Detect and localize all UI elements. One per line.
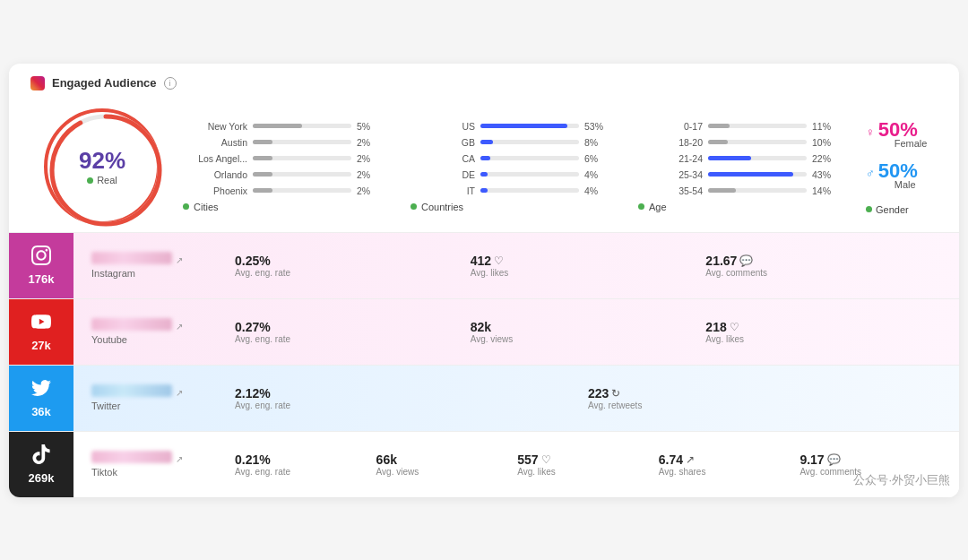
bar-row: 0-1711% <box>638 121 848 132</box>
bar-fill <box>708 124 730 128</box>
svg-point-1 <box>52 116 160 224</box>
tiktok-content: ↗Tiktok0.21%Avg. eng. rate66kAvg. views5… <box>73 432 959 497</box>
bar-pct: 6% <box>584 153 609 164</box>
bar-track <box>708 124 807 128</box>
bar-fill <box>708 172 793 177</box>
male-pct: 50% <box>878 159 918 182</box>
bar-label: 18-20 <box>638 137 703 148</box>
stat-icon: 💬 <box>739 254 753 267</box>
female-pct: 50% <box>878 118 918 141</box>
tiktok-count: 269k <box>29 471 55 485</box>
bar-row: 35-5414% <box>638 185 848 196</box>
bar-track <box>480 124 579 128</box>
realness-circle: 92% Real <box>30 108 174 225</box>
stat-label: Avg. views <box>376 467 518 477</box>
youtube-icon <box>31 312 51 335</box>
twitter-content: ↗Twitter2.12%Avg. eng. rate223↻Avg. retw… <box>73 366 959 431</box>
bar-track <box>708 156 807 160</box>
female-label: Female <box>895 138 928 149</box>
stat-col: 412♡Avg. likes <box>471 254 706 278</box>
stat-value: 412 <box>471 254 491 268</box>
bar-pct: 11% <box>812 121 837 132</box>
gender-dot-row: Gender <box>866 204 938 215</box>
charts-area: New York5%Austin2%Los Angel...2%Orlando2… <box>174 121 857 212</box>
bar-label: 21-24 <box>638 153 703 164</box>
bar-track <box>708 140 807 144</box>
info-icon[interactable]: i <box>164 77 177 90</box>
stat-label: Avg. shares <box>659 467 800 477</box>
bar-pct: 8% <box>584 137 609 148</box>
youtube-external-icon[interactable]: ↗ <box>176 322 183 332</box>
stat-col: 66kAvg. views <box>376 452 518 477</box>
tiktok-name-col: ↗Tiktok <box>91 451 235 478</box>
bar-label: GB <box>411 137 475 148</box>
bar-label: 35-54 <box>638 185 703 196</box>
bar-row: Orlando2% <box>183 169 393 180</box>
gender-title: Gender <box>876 204 909 215</box>
bar-row: Phoenix2% <box>183 185 393 196</box>
bar-track <box>480 188 579 193</box>
stat-value: 557 <box>517 452 538 467</box>
tiktok-icon <box>31 444 51 468</box>
twitter-name-text: Twitter <box>91 401 235 411</box>
stat-label: Avg. eng. rate <box>235 401 588 410</box>
stat-value: 223 <box>588 386 609 401</box>
platforms-list: 176k↗Instagram0.25%Avg. eng. rate412♡Avg… <box>9 232 959 497</box>
bar-pct: 22% <box>812 153 837 164</box>
youtube-blurred <box>91 318 172 331</box>
circle-svg <box>48 112 164 228</box>
audience-section: 92% Real New York5%Austin2%Los Angel...2… <box>9 90 959 232</box>
bar-fill <box>253 172 272 177</box>
cities-title: Cities <box>194 202 219 212</box>
platform-row-instagram: 176k↗Instagram0.25%Avg. eng. rate412♡Avg… <box>9 232 959 298</box>
bar-fill <box>253 140 272 144</box>
tiktok-name-text: Tiktok <box>91 467 235 478</box>
bar-label: 25-34 <box>638 169 703 180</box>
bar-track <box>480 172 579 177</box>
instagram-blurred <box>91 252 172 264</box>
watermark: 公众号·外贸小巨熊 <box>853 472 950 488</box>
stat-label: Avg. views <box>471 334 706 344</box>
bar-label: 0-17 <box>638 121 703 132</box>
bar-pct: 2% <box>357 137 382 148</box>
tiktok-external-icon[interactable]: ↗ <box>176 454 183 464</box>
stat-value: 0.27% <box>235 320 271 334</box>
bar-track <box>708 172 807 177</box>
bar-pct: 14% <box>812 185 837 196</box>
header-title: Engaged Audience <box>52 76 157 90</box>
stat-label: Avg. comments <box>705 268 941 278</box>
bar-fill <box>708 140 728 144</box>
cities-title-row: Cities <box>183 202 393 212</box>
stat-col: 82kAvg. views <box>471 320 706 344</box>
instagram-content: ↗Instagram0.25%Avg. eng. rate412♡Avg. li… <box>73 233 959 298</box>
stat-col: 2.12%Avg. eng. rate <box>235 386 588 410</box>
stat-value: 2.12% <box>235 386 271 401</box>
bar-row: DE4% <box>411 169 620 180</box>
stat-col: 0.25%Avg. eng. rate <box>235 254 471 278</box>
male-row: ♂ 50% Male <box>866 159 938 190</box>
bar-label: New York <box>183 121 247 132</box>
instagram-external-icon[interactable]: ↗ <box>176 255 183 265</box>
countries-dot <box>411 203 417 210</box>
platform-row-youtube: 27k↗Youtube0.27%Avg. eng. rate82kAvg. vi… <box>9 298 959 365</box>
stat-col: 223↻Avg. retweets <box>588 386 941 410</box>
stat-value: 218 <box>705 320 726 334</box>
bar-fill <box>480 172 488 177</box>
age-title: Age <box>649 202 667 212</box>
bar-track <box>253 156 351 160</box>
twitter-external-icon[interactable]: ↗ <box>176 388 183 398</box>
bar-label: Phoenix <box>183 185 247 196</box>
bar-row: New York5% <box>183 121 393 132</box>
bar-fill <box>253 156 272 160</box>
stat-col: 557♡Avg. likes <box>517 452 659 477</box>
bar-fill <box>480 140 493 144</box>
countries-bars: US53%GB8%CA6%DE4%IT4% <box>411 121 620 196</box>
bar-fill <box>480 156 490 160</box>
bar-row: IT4% <box>411 185 620 196</box>
twitter-name-col: ↗Twitter <box>91 384 235 411</box>
bar-pct: 43% <box>812 169 837 180</box>
cities-chart: New York5%Austin2%Los Angel...2%Orlando2… <box>174 121 402 212</box>
stat-label: Avg. retweets <box>588 401 941 410</box>
bar-row: 18-2010% <box>638 137 848 148</box>
instagram-name-text: Instagram <box>91 268 235 279</box>
